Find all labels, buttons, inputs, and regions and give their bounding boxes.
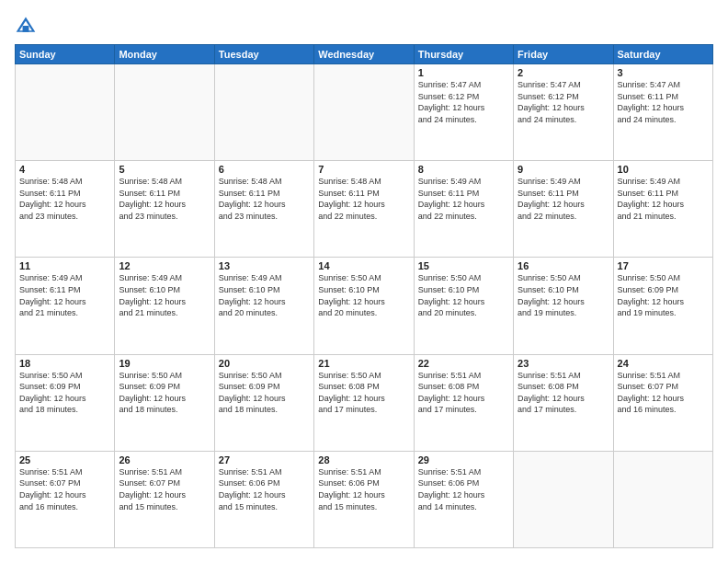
page: SundayMondayTuesdayWednesdayThursdayFrid… <box>0 0 728 563</box>
week-row-1: 1Sunrise: 5:47 AM Sunset: 6:12 PM Daylig… <box>16 64 713 161</box>
day-number: 5 <box>119 164 210 175</box>
svg-rect-2 <box>23 26 29 32</box>
logo-icon <box>15 15 37 37</box>
day-number: 16 <box>518 260 609 271</box>
day-info: Sunrise: 5:50 AM Sunset: 6:10 PM Dayligh… <box>518 272 609 318</box>
calendar-body: 1Sunrise: 5:47 AM Sunset: 6:12 PM Daylig… <box>16 64 713 548</box>
calendar-cell <box>514 451 613 547</box>
calendar-cell: 5Sunrise: 5:48 AM Sunset: 6:11 PM Daylig… <box>115 161 214 258</box>
day-info: Sunrise: 5:49 AM Sunset: 6:11 PM Dayligh… <box>418 176 509 222</box>
day-info: Sunrise: 5:51 AM Sunset: 6:08 PM Dayligh… <box>418 370 509 416</box>
day-info: Sunrise: 5:48 AM Sunset: 6:11 PM Dayligh… <box>19 176 110 222</box>
day-header-sunday: Sunday <box>16 45 115 64</box>
day-number: 18 <box>19 358 110 369</box>
day-number: 22 <box>418 358 509 369</box>
day-number: 10 <box>618 164 709 175</box>
calendar-cell: 8Sunrise: 5:49 AM Sunset: 6:11 PM Daylig… <box>414 161 513 258</box>
week-row-2: 4Sunrise: 5:48 AM Sunset: 6:11 PM Daylig… <box>16 161 713 258</box>
day-number: 9 <box>518 164 609 175</box>
day-info: Sunrise: 5:48 AM Sunset: 6:11 PM Dayligh… <box>119 176 210 222</box>
calendar-cell: 2Sunrise: 5:47 AM Sunset: 6:12 PM Daylig… <box>514 64 613 161</box>
day-number: 13 <box>219 260 310 271</box>
day-info: Sunrise: 5:49 AM Sunset: 6:10 PM Dayligh… <box>119 272 210 318</box>
calendar-table: SundayMondayTuesdayWednesdayThursdayFrid… <box>15 44 713 548</box>
calendar-cell: 18Sunrise: 5:50 AM Sunset: 6:09 PM Dayli… <box>16 354 115 451</box>
calendar-cell: 23Sunrise: 5:51 AM Sunset: 6:08 PM Dayli… <box>514 354 613 451</box>
calendar-cell: 26Sunrise: 5:51 AM Sunset: 6:07 PM Dayli… <box>115 451 214 547</box>
day-info: Sunrise: 5:51 AM Sunset: 6:06 PM Dayligh… <box>318 466 409 512</box>
day-info: Sunrise: 5:51 AM Sunset: 6:06 PM Dayligh… <box>219 466 310 512</box>
day-info: Sunrise: 5:50 AM Sunset: 6:10 PM Dayligh… <box>418 272 509 318</box>
calendar-cell: 25Sunrise: 5:51 AM Sunset: 6:07 PM Dayli… <box>16 451 115 547</box>
day-number: 8 <box>418 164 509 175</box>
day-info: Sunrise: 5:51 AM Sunset: 6:07 PM Dayligh… <box>19 466 110 512</box>
day-header-friday: Friday <box>514 45 613 64</box>
day-number: 28 <box>318 454 409 465</box>
day-info: Sunrise: 5:51 AM Sunset: 6:06 PM Dayligh… <box>418 466 509 512</box>
day-info: Sunrise: 5:51 AM Sunset: 6:07 PM Dayligh… <box>119 466 210 512</box>
day-info: Sunrise: 5:50 AM Sunset: 6:09 PM Dayligh… <box>119 370 210 416</box>
day-info: Sunrise: 5:49 AM Sunset: 6:11 PM Dayligh… <box>518 176 609 222</box>
day-number: 24 <box>618 358 709 369</box>
day-header-monday: Monday <box>115 45 214 64</box>
week-row-5: 25Sunrise: 5:51 AM Sunset: 6:07 PM Dayli… <box>16 451 713 547</box>
day-header-wednesday: Wednesday <box>314 45 414 64</box>
calendar-cell: 27Sunrise: 5:51 AM Sunset: 6:06 PM Dayli… <box>214 451 313 547</box>
calendar-cell: 17Sunrise: 5:50 AM Sunset: 6:09 PM Dayli… <box>613 258 712 354</box>
calendar-cell: 20Sunrise: 5:50 AM Sunset: 6:09 PM Dayli… <box>214 354 313 451</box>
day-number: 6 <box>219 164 310 175</box>
calendar-cell: 24Sunrise: 5:51 AM Sunset: 6:07 PM Dayli… <box>613 354 712 451</box>
day-info: Sunrise: 5:47 AM Sunset: 6:12 PM Dayligh… <box>418 79 509 125</box>
logo <box>15 15 40 37</box>
calendar-cell: 14Sunrise: 5:50 AM Sunset: 6:10 PM Dayli… <box>314 258 414 354</box>
week-row-4: 18Sunrise: 5:50 AM Sunset: 6:09 PM Dayli… <box>16 354 713 451</box>
day-info: Sunrise: 5:50 AM Sunset: 6:09 PM Dayligh… <box>219 370 310 416</box>
day-number: 20 <box>219 358 310 369</box>
day-header-saturday: Saturday <box>613 45 712 64</box>
calendar-cell: 3Sunrise: 5:47 AM Sunset: 6:11 PM Daylig… <box>613 64 712 161</box>
calendar-cell: 6Sunrise: 5:48 AM Sunset: 6:11 PM Daylig… <box>214 161 313 258</box>
calendar-cell: 1Sunrise: 5:47 AM Sunset: 6:12 PM Daylig… <box>414 64 513 161</box>
day-info: Sunrise: 5:50 AM Sunset: 6:09 PM Dayligh… <box>19 370 110 416</box>
day-info: Sunrise: 5:50 AM Sunset: 6:08 PM Dayligh… <box>318 370 409 416</box>
day-number: 12 <box>119 260 210 271</box>
calendar-cell: 9Sunrise: 5:49 AM Sunset: 6:11 PM Daylig… <box>514 161 613 258</box>
day-info: Sunrise: 5:50 AM Sunset: 6:10 PM Dayligh… <box>318 272 409 318</box>
calendar-cell <box>314 64 414 161</box>
day-info: Sunrise: 5:49 AM Sunset: 6:11 PM Dayligh… <box>19 272 110 318</box>
calendar-cell <box>613 451 712 547</box>
day-header-tuesday: Tuesday <box>214 45 313 64</box>
day-number: 27 <box>219 454 310 465</box>
day-info: Sunrise: 5:49 AM Sunset: 6:11 PM Dayligh… <box>618 176 709 222</box>
calendar-cell: 13Sunrise: 5:49 AM Sunset: 6:10 PM Dayli… <box>214 258 313 354</box>
day-number: 14 <box>318 260 409 271</box>
day-info: Sunrise: 5:47 AM Sunset: 6:11 PM Dayligh… <box>618 79 709 125</box>
day-number: 29 <box>418 454 509 465</box>
calendar-cell: 28Sunrise: 5:51 AM Sunset: 6:06 PM Dayli… <box>314 451 414 547</box>
calendar-cell: 7Sunrise: 5:48 AM Sunset: 6:11 PM Daylig… <box>314 161 414 258</box>
day-number: 26 <box>119 454 210 465</box>
day-number: 23 <box>518 358 609 369</box>
calendar-cell: 4Sunrise: 5:48 AM Sunset: 6:11 PM Daylig… <box>16 161 115 258</box>
day-info: Sunrise: 5:51 AM Sunset: 6:08 PM Dayligh… <box>518 370 609 416</box>
calendar-cell: 16Sunrise: 5:50 AM Sunset: 6:10 PM Dayli… <box>514 258 613 354</box>
calendar-cell: 22Sunrise: 5:51 AM Sunset: 6:08 PM Dayli… <box>414 354 513 451</box>
calendar-cell: 12Sunrise: 5:49 AM Sunset: 6:10 PM Dayli… <box>115 258 214 354</box>
day-number: 4 <box>19 164 110 175</box>
day-info: Sunrise: 5:47 AM Sunset: 6:12 PM Dayligh… <box>518 79 609 125</box>
day-number: 17 <box>618 260 709 271</box>
day-info: Sunrise: 5:48 AM Sunset: 6:11 PM Dayligh… <box>318 176 409 222</box>
day-number: 7 <box>318 164 409 175</box>
day-number: 2 <box>518 67 609 78</box>
calendar-cell <box>16 64 115 161</box>
day-info: Sunrise: 5:51 AM Sunset: 6:07 PM Dayligh… <box>618 370 709 416</box>
day-number: 11 <box>19 260 110 271</box>
day-number: 25 <box>19 454 110 465</box>
calendar-cell: 15Sunrise: 5:50 AM Sunset: 6:10 PM Dayli… <box>414 258 513 354</box>
calendar-cell: 21Sunrise: 5:50 AM Sunset: 6:08 PM Dayli… <box>314 354 414 451</box>
day-number: 21 <box>318 358 409 369</box>
day-info: Sunrise: 5:49 AM Sunset: 6:10 PM Dayligh… <box>219 272 310 318</box>
calendar-header-row: SundayMondayTuesdayWednesdayThursdayFrid… <box>16 45 713 64</box>
calendar-cell <box>214 64 313 161</box>
day-number: 15 <box>418 260 509 271</box>
